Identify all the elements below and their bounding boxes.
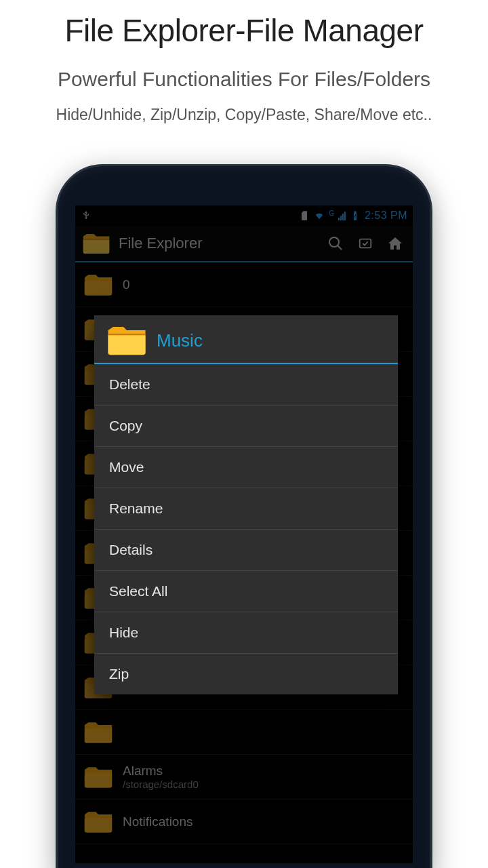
menu-item-details[interactable]: Details (94, 530, 398, 571)
menu-item-copy[interactable]: Copy (94, 406, 398, 447)
context-menu-header: Music (94, 315, 398, 364)
promo-subtitle: Powerful Functionalities For Files/Folde… (0, 68, 488, 91)
folder-icon (106, 325, 147, 356)
menu-item-zip[interactable]: Zip (94, 654, 398, 694)
menu-item-delete[interactable]: Delete (94, 364, 398, 406)
menu-item-rename[interactable]: Rename (94, 488, 398, 530)
menu-item-select-all[interactable]: Select All (94, 571, 398, 612)
device-frame: G 2:53 PM Fil (56, 164, 432, 868)
menu-item-hide[interactable]: Hide (94, 612, 398, 654)
promo-title: File Explorer-File Manager (0, 12, 488, 49)
context-menu-title: Music (157, 330, 203, 351)
menu-item-move[interactable]: Move (94, 447, 398, 488)
context-menu: Music Delete Copy Move Rename Details Se… (94, 315, 398, 694)
screen: G 2:53 PM Fil (75, 205, 413, 863)
promo-features: Hide/Unhide, Zip/Unzip, Copy/Paste, Shar… (0, 106, 488, 124)
